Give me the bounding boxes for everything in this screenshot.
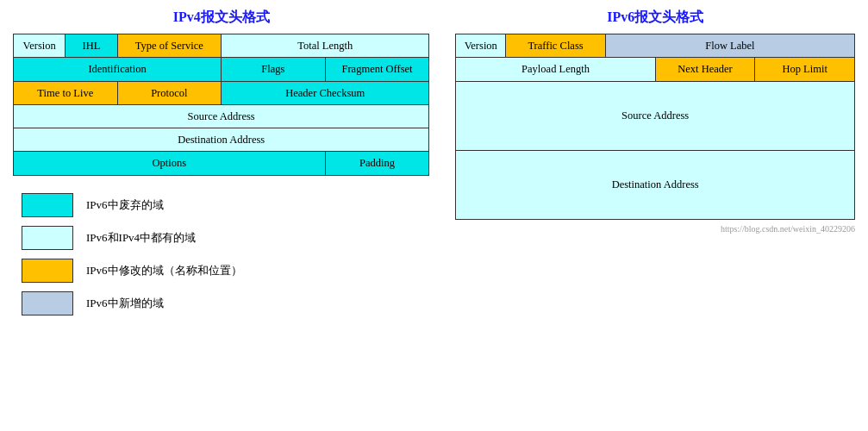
legend-color-cyan [22, 193, 73, 217]
ipv4-checksum: Header Checksum [222, 81, 429, 104]
ipv6-next-header: Next Header [655, 58, 755, 81]
ipv6-title: IPv6报文头格式 [455, 9, 855, 27]
ipv6-dest-address: Destination Address [456, 150, 855, 219]
ipv6-source-address: Source Address [456, 81, 855, 150]
ipv4-dest-address: Destination Address [14, 128, 429, 152]
ipv4-flags: Flags [222, 58, 326, 81]
legend-item-cyan: IPv6中废弃的域 [22, 193, 429, 217]
ipv4-section: IPv4报文头格式 Version IHL Type of Service To… [13, 9, 429, 324]
ipv4-source-address: Source Address [14, 104, 429, 128]
legend-text-light-blue: IPv6中新增的域 [86, 296, 164, 311]
ipv4-padding: Padding [325, 152, 429, 175]
table-row: Source Address [14, 104, 429, 128]
ipv4-ihl: IHL [66, 34, 117, 58]
ipv6-section: IPv6报文头格式 Version Traffic Class Flow Lab… [455, 9, 855, 324]
ipv4-identification: Identification [14, 58, 222, 81]
ipv6-payload-length: Payload Length [456, 58, 655, 81]
ipv4-total-length: Total Length [222, 34, 429, 58]
table-row: Options Padding [14, 152, 429, 175]
legend-text-cyan: IPv6中废弃的域 [86, 197, 164, 213]
legend-item-gold: IPv6中修改的域（名称和位置） [22, 259, 429, 283]
table-row: Version Traffic Class Flow Label [456, 34, 855, 58]
main-container: IPv4报文头格式 Version IHL Type of Service To… [13, 9, 855, 324]
table-row: Destination Address [14, 128, 429, 152]
legend-text-gold: IPv6中修改的域（名称和位置） [86, 263, 242, 278]
legend-color-light-blue [22, 291, 73, 315]
table-row: Identification Flags Fragment Offset [14, 58, 429, 81]
table-row: Payload Length Next Header Hop Limit [456, 58, 855, 81]
table-row: Source Address [456, 81, 855, 150]
ipv6-traffic-class: Traffic Class [506, 34, 606, 58]
ipv4-protocol: Protocol [117, 81, 222, 104]
table-row: Version IHL Type of Service Total Length [14, 34, 429, 58]
table-row: Destination Address [456, 150, 855, 219]
ipv4-version: Version [14, 34, 66, 58]
ipv4-fragment-offset: Fragment Offset [325, 58, 429, 81]
ipv6-flow-label: Flow Label [605, 34, 854, 58]
ipv4-ttl: Time to Live [14, 81, 118, 104]
legend-item-light-cyan: IPv6和IPv4中都有的域 [22, 226, 429, 250]
legend-color-gold [22, 259, 73, 283]
watermark: https://blog.csdn.net/weixin_40229206 [455, 224, 855, 234]
ipv4-title: IPv4报文头格式 [13, 9, 429, 27]
legend-section: IPv6中废弃的域 IPv6和IPv4中都有的域 IPv6中修改的域（名称和位置… [13, 193, 429, 315]
ipv4-tos: Type of Service [117, 34, 222, 58]
ipv6-hop-limit: Hop Limit [755, 58, 855, 81]
ipv4-table: Version IHL Type of Service Total Length… [13, 34, 429, 176]
ipv6-version: Version [456, 34, 506, 58]
ipv4-options: Options [14, 152, 326, 175]
legend-color-light-cyan [22, 226, 73, 250]
table-row: Time to Live Protocol Header Checksum [14, 81, 429, 104]
legend-text-light-cyan: IPv6和IPv4中都有的域 [86, 230, 196, 246]
legend-item-light-blue: IPv6中新增的域 [22, 291, 429, 315]
ipv6-table: Version Traffic Class Flow Label Payload… [455, 34, 855, 220]
